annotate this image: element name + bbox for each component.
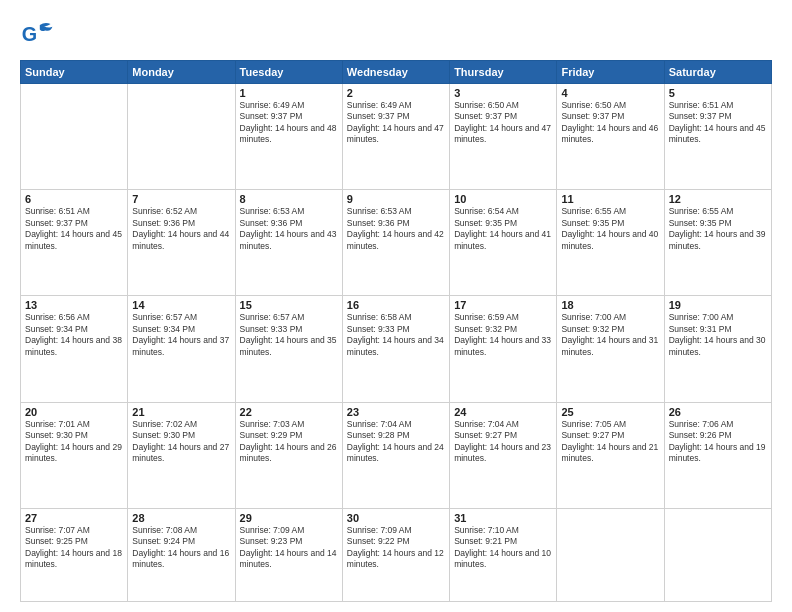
daylight-text: Daylight: 14 hours and 30 minutes. (669, 335, 767, 358)
sunrise-text: Sunrise: 7:04 AM (454, 419, 552, 430)
day-info: Sunrise: 7:10 AMSunset: 9:21 PMDaylight:… (454, 525, 552, 571)
daylight-text: Daylight: 14 hours and 34 minutes. (347, 335, 445, 358)
calendar-week-3: 20Sunrise: 7:01 AMSunset: 9:30 PMDayligh… (21, 402, 772, 508)
sunset-text: Sunset: 9:32 PM (454, 324, 552, 335)
daylight-text: Daylight: 14 hours and 42 minutes. (347, 229, 445, 252)
sunrise-text: Sunrise: 7:07 AM (25, 525, 123, 536)
weekday-header-saturday: Saturday (664, 61, 771, 84)
sunset-text: Sunset: 9:37 PM (347, 111, 445, 122)
day-info: Sunrise: 7:05 AMSunset: 9:27 PMDaylight:… (561, 419, 659, 465)
svg-text:G: G (22, 23, 37, 45)
calendar-cell: 21Sunrise: 7:02 AMSunset: 9:30 PMDayligh… (128, 402, 235, 508)
calendar-cell: 12Sunrise: 6:55 AMSunset: 9:35 PMDayligh… (664, 190, 771, 296)
daylight-text: Daylight: 14 hours and 16 minutes. (132, 548, 230, 571)
day-info: Sunrise: 7:08 AMSunset: 9:24 PMDaylight:… (132, 525, 230, 571)
day-info: Sunrise: 7:00 AMSunset: 9:32 PMDaylight:… (561, 312, 659, 358)
sunset-text: Sunset: 9:37 PM (561, 111, 659, 122)
day-number: 3 (454, 87, 552, 99)
sunset-text: Sunset: 9:37 PM (454, 111, 552, 122)
sunrise-text: Sunrise: 6:50 AM (561, 100, 659, 111)
sunset-text: Sunset: 9:21 PM (454, 536, 552, 547)
daylight-text: Daylight: 14 hours and 29 minutes. (25, 442, 123, 465)
calendar-cell: 26Sunrise: 7:06 AMSunset: 9:26 PMDayligh… (664, 402, 771, 508)
sunset-text: Sunset: 9:37 PM (25, 218, 123, 229)
sunset-text: Sunset: 9:31 PM (669, 324, 767, 335)
sunset-text: Sunset: 9:24 PM (132, 536, 230, 547)
day-number: 14 (132, 299, 230, 311)
calendar-cell: 5Sunrise: 6:51 AMSunset: 9:37 PMDaylight… (664, 84, 771, 190)
weekday-header-thursday: Thursday (450, 61, 557, 84)
sunrise-text: Sunrise: 6:54 AM (454, 206, 552, 217)
calendar-table: SundayMondayTuesdayWednesdayThursdayFrid… (20, 60, 772, 602)
day-number: 17 (454, 299, 552, 311)
sunrise-text: Sunrise: 6:53 AM (240, 206, 338, 217)
weekday-header-monday: Monday (128, 61, 235, 84)
sunset-text: Sunset: 9:37 PM (240, 111, 338, 122)
header: G (20, 16, 772, 52)
daylight-text: Daylight: 14 hours and 19 minutes. (669, 442, 767, 465)
sunrise-text: Sunrise: 6:58 AM (347, 312, 445, 323)
sunrise-text: Sunrise: 6:57 AM (240, 312, 338, 323)
calendar-cell: 15Sunrise: 6:57 AMSunset: 9:33 PMDayligh… (235, 296, 342, 402)
day-info: Sunrise: 6:53 AMSunset: 9:36 PMDaylight:… (240, 206, 338, 252)
calendar-cell: 1Sunrise: 6:49 AMSunset: 9:37 PMDaylight… (235, 84, 342, 190)
daylight-text: Daylight: 14 hours and 45 minutes. (25, 229, 123, 252)
sunrise-text: Sunrise: 6:55 AM (669, 206, 767, 217)
sunrise-text: Sunrise: 6:56 AM (25, 312, 123, 323)
day-number: 13 (25, 299, 123, 311)
calendar-week-4: 27Sunrise: 7:07 AMSunset: 9:25 PMDayligh… (21, 508, 772, 601)
day-info: Sunrise: 6:57 AMSunset: 9:34 PMDaylight:… (132, 312, 230, 358)
daylight-text: Daylight: 14 hours and 27 minutes. (132, 442, 230, 465)
daylight-text: Daylight: 14 hours and 43 minutes. (240, 229, 338, 252)
calendar-cell: 19Sunrise: 7:00 AMSunset: 9:31 PMDayligh… (664, 296, 771, 402)
calendar-cell: 7Sunrise: 6:52 AMSunset: 9:36 PMDaylight… (128, 190, 235, 296)
daylight-text: Daylight: 14 hours and 38 minutes. (25, 335, 123, 358)
sunrise-text: Sunrise: 7:00 AM (669, 312, 767, 323)
sunset-text: Sunset: 9:29 PM (240, 430, 338, 441)
daylight-text: Daylight: 14 hours and 18 minutes. (25, 548, 123, 571)
day-info: Sunrise: 6:49 AMSunset: 9:37 PMDaylight:… (240, 100, 338, 146)
sunset-text: Sunset: 9:33 PM (347, 324, 445, 335)
sunset-text: Sunset: 9:28 PM (347, 430, 445, 441)
day-number: 22 (240, 406, 338, 418)
daylight-text: Daylight: 14 hours and 21 minutes. (561, 442, 659, 465)
day-number: 25 (561, 406, 659, 418)
day-number: 29 (240, 512, 338, 524)
daylight-text: Daylight: 14 hours and 33 minutes. (454, 335, 552, 358)
sunset-text: Sunset: 9:26 PM (669, 430, 767, 441)
day-number: 24 (454, 406, 552, 418)
day-number: 26 (669, 406, 767, 418)
daylight-text: Daylight: 14 hours and 40 minutes. (561, 229, 659, 252)
calendar-cell: 11Sunrise: 6:55 AMSunset: 9:35 PMDayligh… (557, 190, 664, 296)
day-number: 8 (240, 193, 338, 205)
day-info: Sunrise: 6:55 AMSunset: 9:35 PMDaylight:… (669, 206, 767, 252)
daylight-text: Daylight: 14 hours and 35 minutes. (240, 335, 338, 358)
calendar-cell (128, 84, 235, 190)
day-info: Sunrise: 7:01 AMSunset: 9:30 PMDaylight:… (25, 419, 123, 465)
day-number: 30 (347, 512, 445, 524)
day-info: Sunrise: 7:02 AMSunset: 9:30 PMDaylight:… (132, 419, 230, 465)
day-info: Sunrise: 6:55 AMSunset: 9:35 PMDaylight:… (561, 206, 659, 252)
day-number: 31 (454, 512, 552, 524)
daylight-text: Daylight: 14 hours and 45 minutes. (669, 123, 767, 146)
daylight-text: Daylight: 14 hours and 31 minutes. (561, 335, 659, 358)
day-info: Sunrise: 6:59 AMSunset: 9:32 PMDaylight:… (454, 312, 552, 358)
daylight-text: Daylight: 14 hours and 24 minutes. (347, 442, 445, 465)
day-info: Sunrise: 6:50 AMSunset: 9:37 PMDaylight:… (454, 100, 552, 146)
daylight-text: Daylight: 14 hours and 14 minutes. (240, 548, 338, 571)
day-info: Sunrise: 7:03 AMSunset: 9:29 PMDaylight:… (240, 419, 338, 465)
calendar-cell: 9Sunrise: 6:53 AMSunset: 9:36 PMDaylight… (342, 190, 449, 296)
calendar-cell: 8Sunrise: 6:53 AMSunset: 9:36 PMDaylight… (235, 190, 342, 296)
day-number: 20 (25, 406, 123, 418)
day-number: 18 (561, 299, 659, 311)
calendar-cell (557, 508, 664, 601)
sunrise-text: Sunrise: 7:06 AM (669, 419, 767, 430)
calendar-cell: 31Sunrise: 7:10 AMSunset: 9:21 PMDayligh… (450, 508, 557, 601)
calendar-cell: 18Sunrise: 7:00 AMSunset: 9:32 PMDayligh… (557, 296, 664, 402)
daylight-text: Daylight: 14 hours and 37 minutes. (132, 335, 230, 358)
day-number: 9 (347, 193, 445, 205)
sunrise-text: Sunrise: 6:51 AM (669, 100, 767, 111)
day-number: 6 (25, 193, 123, 205)
calendar-week-2: 13Sunrise: 6:56 AMSunset: 9:34 PMDayligh… (21, 296, 772, 402)
sunset-text: Sunset: 9:36 PM (347, 218, 445, 229)
